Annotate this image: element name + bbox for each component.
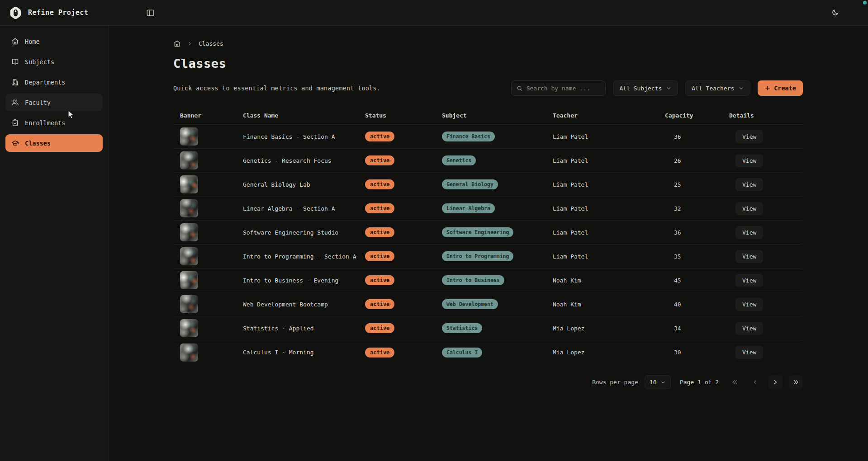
table-row: Web Development Bootcamp active Web Deve… (173, 292, 803, 316)
sidebar-item-subjects[interactable]: Subjects (5, 53, 103, 71)
table-row: Intro to Programming - Section A active … (173, 245, 803, 268)
rows-per-page-select[interactable]: 10 (645, 375, 671, 389)
capacity-cell: 34 (665, 325, 729, 332)
teacher-cell: Liam Patel (553, 181, 665, 188)
create-button-label: Create (774, 85, 796, 92)
sidebar-item-home[interactable]: Home (5, 33, 103, 50)
table-row: Finance Basics - Section A active Financ… (173, 125, 803, 149)
view-button[interactable]: View (735, 274, 763, 287)
create-button[interactable]: Create (758, 80, 803, 96)
chevron-right-icon (187, 41, 193, 47)
view-button[interactable]: View (735, 154, 763, 167)
view-button[interactable]: View (735, 226, 763, 239)
sidebar: Home Subjects Departments Faculty Enroll… (0, 26, 109, 461)
sidebar-item-label: Faculty (25, 99, 51, 106)
status-badge: active (365, 227, 394, 237)
pagination: Rows per page 10 Page 1 of 2 (173, 375, 803, 389)
banner-image (180, 247, 198, 265)
class-name-cell: Intro to Programming - Section A (243, 253, 365, 260)
chevron-down-icon (666, 85, 672, 91)
subject-badge: Intro to Business (442, 275, 504, 285)
view-button[interactable]: View (735, 346, 763, 359)
sidebar-item-faculty[interactable]: Faculty (5, 94, 103, 111)
view-button[interactable]: View (735, 130, 763, 143)
capacity-cell: 32 (665, 205, 729, 212)
status-badge: active (365, 348, 394, 358)
teacher-cell: Liam Patel (553, 253, 665, 260)
page-status: Page 1 of 2 (680, 379, 719, 386)
home-icon[interactable] (173, 40, 181, 47)
last-page-button[interactable] (789, 375, 803, 389)
rows-per-page-value: 10 (650, 379, 657, 386)
capacity-cell: 45 (665, 277, 729, 284)
main-content: Classes Classes Quick access to essentia… (109, 26, 868, 461)
subject-badge: Statistics (442, 323, 482, 333)
banner-image (180, 343, 198, 362)
teacher-cell: Liam Patel (553, 205, 665, 212)
rows-per-page-label: Rows per page (592, 379, 638, 386)
sidebar-item-departments[interactable]: Departments (5, 73, 103, 91)
column-header-banner: Banner (173, 112, 243, 119)
teacher-filter-value: All Teachers (692, 85, 734, 92)
view-button[interactable]: View (735, 178, 763, 191)
sidebar-item-classes[interactable]: Classes (5, 134, 103, 152)
capacity-cell: 40 (665, 301, 729, 308)
status-badge: active (365, 323, 394, 333)
table-row: Genetics - Research Focus active Genetic… (173, 149, 803, 173)
teacher-cell: Mia Lopez (553, 349, 665, 356)
capacity-cell: 25 (665, 181, 729, 188)
chevron-down-icon (660, 380, 666, 385)
sidebar-collapse-button[interactable] (142, 5, 158, 20)
sidebar-item-enrollments[interactable]: Enrollments (5, 114, 103, 132)
brand: Refine Project (0, 6, 88, 20)
status-badge: active (365, 275, 394, 285)
view-button[interactable]: View (735, 250, 763, 263)
teacher-filter-dropdown[interactable]: All Teachers (685, 80, 750, 96)
view-button[interactable]: View (735, 202, 763, 215)
capacity-cell: 26 (665, 157, 729, 164)
table-row: Intro to Business - Evening active Intro… (173, 268, 803, 292)
status-badge: active (365, 299, 394, 309)
banner-image (180, 223, 198, 241)
search-input[interactable] (526, 85, 601, 92)
search-icon (517, 85, 522, 92)
table-row: Software Engineering Studio active Softw… (173, 221, 803, 245)
breadcrumb-current[interactable]: Classes (199, 40, 223, 47)
page-subtitle: Quick access to essential metrics and ma… (173, 85, 380, 92)
teacher-cell: Mia Lopez (553, 325, 665, 332)
next-page-button[interactable] (768, 375, 783, 389)
sidebar-item-label: Enrollments (25, 119, 65, 127)
building-icon (11, 78, 19, 86)
class-name-cell: Calculus I - Morning (243, 349, 365, 356)
subject-badge: Finance Basics (442, 132, 495, 141)
column-header-class-name: Class Name (243, 112, 365, 119)
banner-image (180, 151, 198, 169)
subject-badge: General Biology (442, 179, 498, 189)
sidebar-item-label: Home (25, 38, 40, 45)
first-page-button[interactable] (728, 375, 742, 389)
plus-icon (764, 85, 771, 91)
status-badge: active (365, 203, 394, 213)
capacity-cell: 36 (665, 229, 729, 236)
teacher-cell: Liam Patel (553, 157, 665, 164)
teacher-cell: Liam Patel (553, 229, 665, 236)
class-name-cell: General Biology Lab (243, 181, 365, 188)
subject-filter-dropdown[interactable]: All Subjects (613, 80, 678, 96)
column-header-status: Status (365, 112, 442, 119)
subject-badge: Calculus I (442, 348, 482, 358)
class-name-cell: Statistics - Applied (243, 325, 365, 332)
view-button[interactable]: View (735, 322, 763, 335)
view-button[interactable]: View (735, 298, 763, 311)
table-row: Linear Algebra - Section A active Linear… (173, 197, 803, 221)
dark-mode-toggle-button[interactable] (826, 5, 843, 21)
previous-page-button[interactable] (748, 375, 762, 389)
clipboard-check-icon (11, 119, 19, 127)
chevrons-right-icon (792, 379, 799, 386)
subject-filter-value: All Subjects (619, 85, 662, 92)
column-header-details: Details (729, 112, 803, 119)
search-box[interactable] (511, 80, 606, 96)
table-body: Finance Basics - Section A active Financ… (173, 125, 803, 364)
teacher-cell: Noah Kim (553, 301, 665, 308)
subject-badge: Web Development (442, 299, 498, 309)
panel-left-icon (146, 9, 155, 17)
